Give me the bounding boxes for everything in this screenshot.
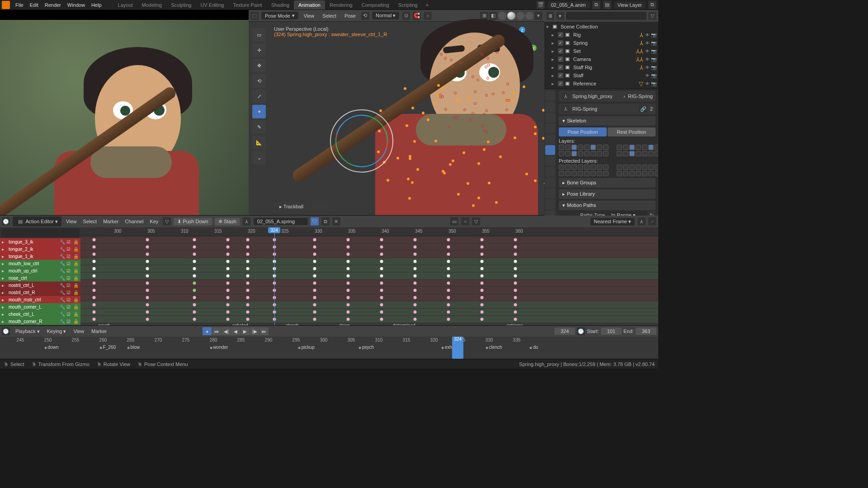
layer-cell[interactable] <box>648 164 654 170</box>
keyframe[interactable] <box>146 267 149 270</box>
keyframe[interactable] <box>92 310 95 314</box>
layer-cell[interactable] <box>559 171 564 176</box>
layer-cell[interactable] <box>648 151 654 156</box>
keyframe[interactable] <box>146 238 149 241</box>
menu-file[interactable]: File <box>15 2 24 8</box>
layer-cell[interactable] <box>565 164 571 170</box>
keyframe[interactable] <box>481 282 484 285</box>
layer-cell[interactable] <box>584 151 590 156</box>
keyframe[interactable] <box>246 289 250 292</box>
track-row[interactable] <box>80 258 658 265</box>
outliner-item-reference[interactable]: ▸✓▣Reference▽👁📷 <box>544 80 658 88</box>
keyframe[interactable] <box>146 274 149 277</box>
keyframe[interactable] <box>481 289 484 292</box>
keyframe[interactable] <box>246 303 250 306</box>
workspace-tab-animation[interactable]: Animation <box>294 0 325 9</box>
layer-cell[interactable] <box>636 164 641 170</box>
ds-snap-filter-icon[interactable]: ▽ <box>472 217 480 225</box>
channel-tongue_1_ik[interactable]: ▸tongue_1_ik🔧☑🔒 <box>0 253 80 260</box>
keyframe[interactable] <box>414 267 417 270</box>
outliner-type-icon[interactable]: ≣ <box>546 12 554 20</box>
keyframe[interactable] <box>347 274 350 277</box>
outliner-search[interactable] <box>566 12 646 20</box>
keyframe[interactable] <box>92 296 95 299</box>
keyframe[interactable] <box>193 296 196 299</box>
keyframe[interactable] <box>193 310 196 314</box>
keyframe[interactable] <box>514 274 517 277</box>
keyframe[interactable] <box>226 310 229 314</box>
tl-view[interactable]: View <box>71 328 86 334</box>
outliner-item-spring[interactable]: ▸✓▣Spring⅄👁📷 <box>544 39 658 47</box>
vp-menu-view[interactable]: View <box>301 12 317 19</box>
keyframe[interactable] <box>313 289 316 292</box>
keyframe[interactable] <box>481 310 484 314</box>
keyframe[interactable] <box>146 310 149 314</box>
keyframe[interactable] <box>481 253 484 256</box>
channel-search[interactable] <box>1 228 80 237</box>
ds-menu-key[interactable]: Key <box>148 219 160 224</box>
outliner-filter-icon[interactable]: ▽ <box>648 12 656 20</box>
snap-icon[interactable]: 🧲 <box>413 12 421 20</box>
keyframe[interactable] <box>447 274 450 277</box>
keyframe[interactable] <box>414 238 417 241</box>
layer-cell[interactable] <box>584 164 590 170</box>
keyframe[interactable] <box>313 274 316 277</box>
marker-row[interactable]: psychexhaledclenchdowndeterminedextreme <box>80 323 658 325</box>
track-row[interactable] <box>80 301 658 309</box>
marker-extreme[interactable]: extreme <box>502 323 523 325</box>
keyframe[interactable] <box>193 260 196 263</box>
keyframe[interactable] <box>514 296 517 299</box>
track-row[interactable] <box>80 251 658 258</box>
keyframe[interactable] <box>193 274 196 277</box>
keyframe[interactable] <box>226 260 229 263</box>
props-rig-field[interactable]: ⅄ RIG-Spring 🔗 2 <box>559 103 656 114</box>
layer-cell[interactable] <box>642 145 647 150</box>
keyframe[interactable] <box>193 267 196 270</box>
outliner-item-set[interactable]: ▸✓▣Set⅄⅄👁📷 <box>544 47 658 55</box>
layer-cell[interactable] <box>617 151 622 156</box>
layer-cell[interactable] <box>623 164 628 170</box>
blender-logo-icon[interactable] <box>2 1 10 9</box>
keyframe-next-button[interactable]: |▶ <box>250 327 259 335</box>
keyframe[interactable] <box>92 303 95 306</box>
prop-tab-physics-icon[interactable] <box>545 178 555 188</box>
fake-user-icon[interactable]: 🛡 <box>311 217 319 225</box>
tl-marker-clench[interactable]: clench <box>486 345 502 350</box>
keyframe[interactable] <box>347 238 350 241</box>
rest-position-button[interactable]: Rest Position <box>608 127 656 136</box>
keyframe[interactable] <box>313 310 316 314</box>
keyframe[interactable] <box>146 253 149 256</box>
keyframe[interactable] <box>226 296 229 299</box>
workspace-tab-uv-editing[interactable]: UV Editing <box>196 0 228 9</box>
vp-menu-select[interactable]: Select <box>320 12 339 19</box>
layer-cell[interactable] <box>629 164 635 170</box>
scene-icon[interactable]: 🎬 <box>537 1 545 9</box>
ds-menu-view[interactable]: View <box>64 219 79 224</box>
xray-toggle-icon[interactable]: ◧ <box>489 12 497 20</box>
keyframe[interactable] <box>347 296 350 299</box>
workspace-tab-texture-paint[interactable]: Texture Paint <box>228 0 266 9</box>
keyframe[interactable] <box>246 274 250 277</box>
keyframe[interactable] <box>414 296 417 299</box>
keyframe[interactable] <box>414 310 417 314</box>
layer-cell[interactable] <box>571 145 577 150</box>
keyframe[interactable] <box>514 303 517 306</box>
action-new-icon[interactable]: ⧉ <box>321 217 330 225</box>
keyframe[interactable] <box>226 274 229 277</box>
keyframe[interactable] <box>347 267 350 270</box>
layer-cell[interactable] <box>623 145 628 150</box>
keyframe[interactable] <box>380 260 383 263</box>
keyframe[interactable] <box>313 318 316 321</box>
layer-cell[interactable] <box>636 151 641 156</box>
playhead[interactable]: 324 <box>274 227 275 325</box>
track-row[interactable] <box>80 265 658 272</box>
keyframe[interactable] <box>380 303 383 306</box>
keyframe[interactable] <box>313 282 316 285</box>
editor-type-icon[interactable]: ⬚ <box>250 12 259 20</box>
layer-cell[interactable] <box>571 151 577 156</box>
channel-mouth_corner_L[interactable]: ▸mouth_corner_L🔧☑🔒 <box>0 303 80 310</box>
keyframe[interactable] <box>347 253 350 256</box>
keyframe[interactable] <box>193 289 196 292</box>
keyframe[interactable] <box>92 238 95 241</box>
ds-options-icon[interactable]: ⟋ <box>648 217 656 225</box>
